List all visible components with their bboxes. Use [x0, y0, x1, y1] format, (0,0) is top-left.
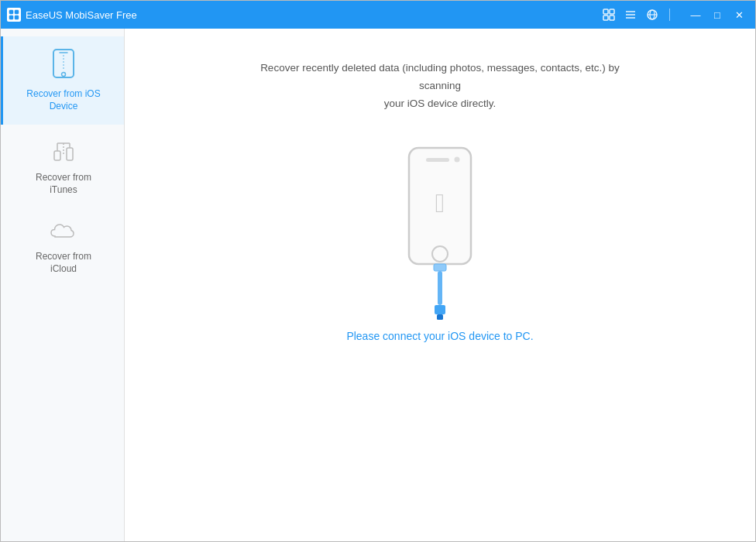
sidebar-label-icloud: Recover from iCloud [36, 251, 91, 275]
svg-rect-2 [9, 15, 13, 19]
sidebar-label-ios: Recover from iOS Device [26, 88, 100, 112]
maximize-button[interactable]: □ [707, 5, 727, 25]
sidebar-item-recover-icloud[interactable]: Recover from iCloud [1, 208, 124, 287]
sidebar: Recover from iOS Device Recover from iTu… [1, 29, 125, 541]
svg-point-16 [62, 73, 66, 77]
svg-rect-7 [610, 15, 614, 20]
svg-rect-19 [67, 148, 73, 160]
svg-rect-3 [15, 15, 19, 19]
app-window: EaseUS MobiSaver Free [0, 0, 756, 542]
toolbar-divider [669, 9, 670, 21]
svg-rect-14 [53, 50, 74, 77]
svg-rect-18 [54, 151, 60, 160]
app-icon [7, 8, 21, 22]
toolbar-icons [601, 7, 673, 22]
svg-rect-1 [15, 10, 19, 14]
svg-rect-31 [435, 305, 445, 314]
svg-text::  [435, 188, 445, 218]
sidebar-item-recover-ios[interactable]: Recover from iOS Device [1, 36, 124, 125]
svg-rect-29 [434, 264, 446, 271]
app-title: EaseUS MobiSaver Free [26, 9, 137, 21]
svg-rect-32 [437, 314, 443, 320]
svg-rect-25 [426, 158, 449, 162]
window-controls: — □ ✕ [686, 5, 749, 25]
main-content: Recover from iOS Device Recover from iTu… [1, 29, 755, 541]
minimize-button[interactable]: — [686, 5, 706, 25]
icloud-icon [50, 221, 77, 245]
svg-rect-30 [438, 271, 442, 305]
itunes-icon [51, 137, 76, 166]
svg-rect-0 [9, 10, 13, 14]
sidebar-item-recover-itunes[interactable]: Recover from iTunes [1, 125, 124, 208]
title-bar-left: EaseUS MobiSaver Free [7, 8, 601, 22]
svg-point-26 [455, 156, 460, 162]
close-button[interactable]: ✕ [729, 5, 749, 25]
phone-illustration:  [393, 144, 486, 322]
svg-rect-6 [603, 15, 608, 20]
content-description: Recover recently deleted data (including… [246, 60, 634, 113]
connect-text: Please connect your iOS device to PC. [346, 330, 533, 342]
svg-rect-5 [610, 9, 614, 14]
phone-svg:  [393, 144, 486, 322]
ios-device-icon [51, 49, 76, 82]
content-area: Recover recently deleted data (including… [125, 29, 755, 541]
sidebar-label-itunes: Recover from iTunes [36, 172, 91, 196]
globe-icon[interactable] [644, 7, 660, 22]
title-bar: EaseUS MobiSaver Free [1, 1, 755, 29]
list-icon[interactable] [623, 7, 638, 22]
grid-icon[interactable] [601, 7, 617, 22]
svg-rect-4 [603, 9, 608, 14]
